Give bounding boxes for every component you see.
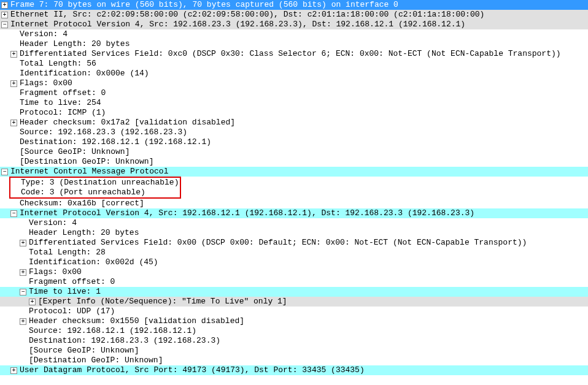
collapse-icon[interactable]: − [1, 169, 8, 175]
collapse-icon[interactable]: − [1, 21, 8, 28]
inner-ipv4-dsf[interactable]: +Differentiated Services Field: 0x00 (DS… [0, 238, 588, 248]
ipv4-flags[interactable]: +Flags: 0x00 [0, 78, 588, 88]
ipv4-source-geoip[interactable]: [Source GeoIP: Unknown] [0, 147, 588, 157]
expand-icon[interactable]: + [20, 318, 26, 325]
icmp-type[interactable]: Type: 3 (Destination unreachable) [12, 178, 179, 188]
expand-icon[interactable]: + [1, 12, 8, 18]
icmp-header[interactable]: − Internet Control Message Protocol [0, 167, 588, 177]
icmp-code[interactable]: Code: 3 (Port unreachable) [12, 188, 179, 197]
ipv4-protocol[interactable]: Protocol: ICMP (1) [0, 108, 588, 118]
collapse-icon[interactable]: − [10, 210, 17, 217]
inner-ipv4-title: Internet Protocol Version 4, Src: 192.16… [20, 208, 474, 218]
expand-icon[interactable]: + [20, 269, 26, 276]
ipv4-total-length[interactable]: Total Length: 56 [0, 59, 588, 69]
inner-ipv4-total-length[interactable]: Total Length: 28 [0, 248, 588, 257]
ipv4-identification[interactable]: Identification: 0x000e (14) [0, 69, 588, 78]
inner-ipv4-protocol[interactable]: Protocol: UDP (17) [0, 307, 588, 316]
ipv4-destination[interactable]: Destination: 192.168.12.1 (192.168.12.1) [0, 137, 588, 147]
expand-icon[interactable]: + [10, 80, 17, 87]
ipv4-header-length[interactable]: Header Length: 20 bytes [0, 39, 588, 49]
ipv4-header-checksum[interactable]: +Header checksum: 0x17a2 [validation dis… [0, 118, 588, 128]
ipv4-version[interactable]: Version: 4 [0, 29, 588, 39]
inner-ipv4-flags[interactable]: +Flags: 0x00 [0, 267, 588, 277]
highlight-box: Type: 3 (Destination unreachable) Code: … [9, 177, 181, 199]
inner-ipv4-destination-geoip[interactable]: [Destination GeoIP: Unknown] [0, 356, 588, 365]
expand-icon[interactable]: + [1, 2, 8, 9]
icmp-title: Internet Control Message Protocol [10, 167, 168, 177]
udp-title: User Datagram Protocol, Src Port: 49173 … [20, 365, 365, 375]
udp-header[interactable]: + User Datagram Protocol, Src Port: 4917… [0, 365, 588, 375]
expand-icon[interactable]: + [29, 299, 36, 305]
ipv4-title: Internet Protocol Version 4, Src: 192.16… [10, 20, 465, 29]
ipv4-dsf[interactable]: +Differentiated Services Field: 0xc0 (DS… [0, 49, 588, 59]
inner-ipv4-source[interactable]: Source: 192.168.12.1 (192.168.12.1) [0, 326, 588, 336]
expand-icon[interactable]: + [10, 51, 17, 58]
ipv4-destination-geoip[interactable]: [Destination GeoIP: Unknown] [0, 157, 588, 167]
ethernet-title: Ethernet II, Src: c2:02:09:58:00:00 (c2:… [10, 10, 484, 20]
inner-ipv4-header-checksum[interactable]: +Header checksum: 0x1550 [validation dis… [0, 316, 588, 326]
inner-ipv4-header-length[interactable]: Header Length: 20 bytes [0, 228, 588, 238]
inner-ipv4-identification[interactable]: Identification: 0x002d (45) [0, 257, 588, 267]
expand-icon[interactable]: + [10, 120, 17, 126]
inner-ipv4-header[interactable]: − Internet Protocol Version 4, Src: 192.… [0, 208, 588, 218]
collapse-icon[interactable]: − [20, 289, 26, 295]
inner-ipv4-ttl[interactable]: −Time to live: 1 [0, 287, 588, 297]
expand-icon[interactable]: + [20, 240, 26, 246]
ipv4-header[interactable]: − Internet Protocol Version 4, Src: 192.… [0, 20, 588, 29]
frame-title: Frame 7: 70 bytes on wire (560 bits), 70… [10, 0, 398, 10]
inner-ipv4-ttl-expert[interactable]: +[Expert Info (Note/Sequence): "Time To … [0, 297, 588, 307]
inner-ipv4-version[interactable]: Version: 4 [0, 218, 588, 228]
expand-icon[interactable]: + [10, 367, 17, 374]
inner-ipv4-fragment-offset[interactable]: Fragment offset: 0 [0, 277, 588, 287]
ipv4-ttl[interactable]: Time to live: 254 [0, 98, 588, 108]
ipv4-source[interactable]: Source: 192.168.23.3 (192.168.23.3) [0, 128, 588, 137]
inner-ipv4-destination[interactable]: Destination: 192.168.23.3 (192.168.23.3) [0, 336, 588, 346]
icmp-checksum[interactable]: Checksum: 0xa16b [correct] [0, 199, 588, 208]
ethernet-header[interactable]: + Ethernet II, Src: c2:02:09:58:00:00 (c… [0, 10, 588, 20]
ipv4-fragment-offset[interactable]: Fragment offset: 0 [0, 88, 588, 98]
inner-ipv4-source-geoip[interactable]: [Source GeoIP: Unknown] [0, 346, 588, 356]
frame-header[interactable]: + Frame 7: 70 bytes on wire (560 bits), … [0, 0, 588, 10]
